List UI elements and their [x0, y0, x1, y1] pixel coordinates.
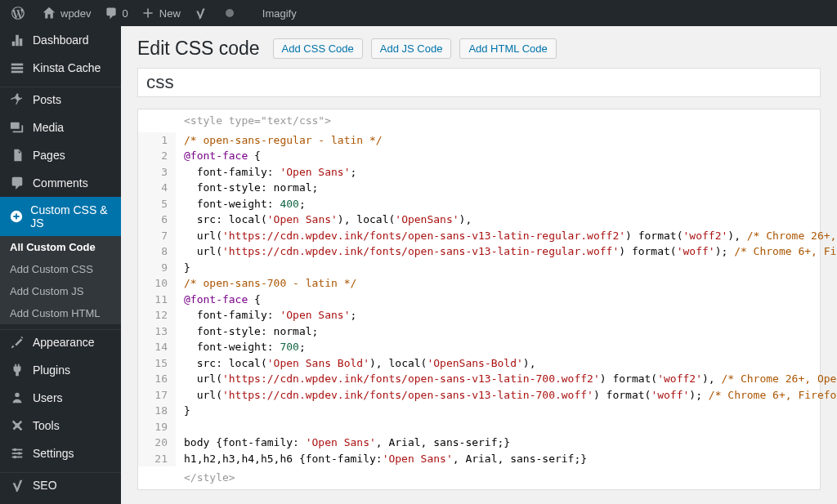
svg-rect-1 — [11, 64, 23, 66]
line-number: 7 — [138, 228, 176, 244]
main-content: Edit CSS code Add CSS Code Add JS Code A… — [121, 26, 837, 504]
yoast-icon — [194, 7, 207, 20]
comment-icon — [105, 7, 118, 20]
code-line-11[interactable]: 11@font-face { — [138, 292, 820, 308]
new-label: New — [159, 7, 181, 20]
comment-icon — [8, 176, 26, 190]
comments-count: 0 — [123, 7, 128, 20]
code-line-13[interactable]: 13 font-style: normal; — [138, 323, 820, 340]
line-number: 19 — [138, 419, 176, 435]
menu-appearance[interactable]: Appearance — [0, 329, 121, 356]
site-name: wpdev — [60, 7, 92, 20]
wordpress-icon — [11, 7, 25, 20]
new-content[interactable]: New — [135, 0, 187, 26]
code-editor[interactable]: <style type="text/css"> 1/* open-sans-re… — [137, 109, 821, 490]
line-number: 11 — [138, 292, 176, 308]
code-line-15[interactable]: 15 src: local('Open Sans Bold'), local('… — [138, 355, 820, 372]
settings-icon — [8, 446, 26, 461]
line-number: 3 — [138, 164, 176, 181]
menu-kinsta[interactable]: Kinsta Cache — [0, 54, 121, 82]
pin-icon — [8, 92, 26, 107]
code-line-7[interactable]: 7 url('https://cdn.wpdev.ink/fonts/open-… — [138, 228, 820, 244]
code-line-4[interactable]: 4 font-style: normal; — [138, 180, 820, 196]
menu-tools[interactable]: Tools — [0, 412, 121, 439]
svg-point-5 — [15, 393, 19, 397]
menu-settings[interactable]: Settings — [0, 439, 121, 467]
line-number: 20 — [138, 435, 176, 451]
kinsta-icon — [8, 60, 26, 75]
menu-users[interactable]: Users — [0, 384, 121, 412]
comments-menu[interactable]: 0 — [98, 0, 135, 26]
line-number: 14 — [138, 339, 176, 355]
code-line-17[interactable]: 17 url('https://cdn.wpdev.ink/fonts/open… — [138, 387, 820, 404]
admin-toolbar: wpdev 0 New Imagify — [0, 0, 837, 26]
plugin-icon — [8, 363, 26, 377]
code-line-8[interactable]: 8 url('https://cdn.wpdev.ink/fonts/open-… — [138, 243, 820, 260]
code-line-14[interactable]: 14 font-weight: 700; — [138, 339, 820, 355]
users-icon — [8, 390, 26, 405]
dashboard-icon — [8, 33, 26, 47]
collapse-menu[interactable]: Collapse menu — [0, 499, 121, 504]
add-html-code-button[interactable]: Add HTML Code — [459, 38, 556, 59]
yoast-icon — [8, 478, 26, 493]
menu-comments[interactable]: Comments — [0, 169, 121, 197]
menu-posts[interactable]: Posts — [0, 87, 121, 114]
code-line-19[interactable]: 19 — [138, 419, 820, 435]
code-line-20[interactable]: 20body {font-family: 'Open Sans', Arial,… — [138, 435, 820, 451]
site-menu[interactable]: wpdev — [36, 0, 98, 26]
menu-dashboard[interactable]: Dashboard — [0, 26, 121, 54]
status-dot[interactable] — [218, 0, 241, 26]
style-open-tag: <style type="text/css"> — [138, 109, 820, 132]
line-number: 17 — [138, 387, 176, 404]
code-line-6[interactable]: 6 src: local('Open Sans'), local('OpenSa… — [138, 212, 820, 228]
line-number: 13 — [138, 323, 176, 340]
page-title: Edit CSS code — [137, 38, 260, 60]
code-line-10[interactable]: 10/* open-sans-700 - latin */ — [138, 275, 820, 292]
code-line-5[interactable]: 5 font-weight: 400; — [138, 196, 820, 212]
line-number: 21 — [138, 451, 176, 467]
pages-icon — [8, 148, 26, 163]
code-line-12[interactable]: 12 font-family: 'Open Sans'; — [138, 307, 820, 323]
menu-media[interactable]: Media — [0, 114, 121, 141]
code-line-9[interactable]: 9} — [138, 260, 820, 276]
code-line-18[interactable]: 18} — [138, 403, 820, 419]
add-css-code-button[interactable]: Add CSS Code — [273, 38, 363, 59]
code-line-2[interactable]: 2@font-face { — [138, 148, 820, 164]
line-number: 18 — [138, 403, 176, 419]
submenu-add-html[interactable]: Add Custom HTML — [0, 302, 121, 324]
imagify-label: Imagify — [262, 7, 297, 20]
imagify-menu[interactable]: Imagify — [256, 0, 303, 26]
svg-point-0 — [226, 9, 234, 17]
line-number: 8 — [138, 243, 176, 260]
svg-rect-2 — [11, 67, 23, 69]
admin-sidebar: Dashboard Kinsta Cache Posts Media Pages… — [0, 26, 121, 504]
svg-point-11 — [14, 456, 17, 459]
line-number: 6 — [138, 212, 176, 228]
circle-icon — [225, 8, 235, 18]
code-line-16[interactable]: 16 url('https://cdn.wpdev.ink/fonts/open… — [138, 371, 820, 387]
submenu-all-code[interactable]: All Custom Code — [0, 236, 121, 258]
code-line-21[interactable]: 21h1,h2,h3,h4,h5,h6 {font-family:'Open S… — [138, 451, 820, 467]
submenu-add-css[interactable]: Add Custom CSS — [0, 258, 121, 280]
yoast-menu[interactable] — [187, 0, 218, 26]
page-header: Edit CSS code Add CSS Code Add JS Code A… — [137, 38, 821, 60]
menu-seo[interactable]: SEO — [0, 472, 121, 499]
menu-plugins[interactable]: Plugins — [0, 356, 121, 384]
submenu-add-js[interactable]: Add Custom JS — [0, 280, 121, 302]
line-number: 9 — [138, 260, 176, 276]
post-title-input[interactable] — [137, 68, 821, 97]
line-number: 4 — [138, 180, 176, 196]
submenu-custom-css-js: All Custom Code Add Custom CSS Add Custo… — [0, 236, 121, 324]
line-number: 5 — [138, 196, 176, 212]
wp-logo[interactable] — [5, 0, 36, 26]
code-line-3[interactable]: 3 font-family: 'Open Sans'; — [138, 164, 820, 181]
plus-circle-icon — [8, 209, 24, 224]
line-number: 1 — [138, 132, 176, 149]
code-line-1[interactable]: 1/* open-sans-regular - latin */ — [138, 132, 820, 149]
menu-custom-css-js[interactable]: Custom CSS & JS — [0, 197, 121, 236]
line-number: 10 — [138, 275, 176, 292]
menu-pages[interactable]: Pages — [0, 141, 121, 169]
svg-rect-3 — [11, 71, 23, 74]
plus-icon — [141, 7, 154, 20]
add-js-code-button[interactable]: Add JS Code — [371, 38, 452, 59]
